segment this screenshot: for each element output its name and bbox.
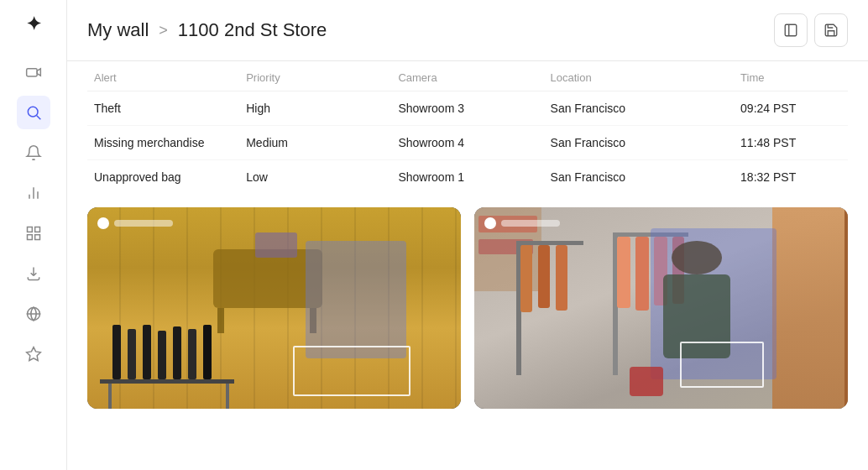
sidebar-item-download[interactable]	[17, 257, 50, 290]
cell-priority: High	[239, 91, 391, 126]
cell-priority: Medium	[239, 126, 391, 160]
person-detection-highlight	[306, 241, 406, 358]
camera-feed-2[interactable]	[474, 207, 848, 409]
person-head	[672, 241, 722, 274]
svg-rect-6	[27, 227, 32, 232]
svg-rect-12	[785, 24, 797, 36]
cell-alert: Missing merchandise	[87, 126, 239, 160]
door-frame	[844, 207, 848, 409]
cell-location: San Francisco	[544, 126, 735, 160]
table-leg	[217, 308, 224, 333]
sidebar-item-search[interactable]	[17, 96, 50, 129]
rack-leg-1	[108, 384, 112, 409]
garment-3	[143, 325, 151, 379]
store-name: 1100 2nd St Store	[178, 19, 327, 41]
col-header-alert: Alert	[87, 61, 239, 91]
rack-bar	[100, 379, 234, 384]
camera-indicator-2	[484, 217, 560, 229]
content-area: Alert Priority Camera Location Time Thef…	[67, 61, 868, 470]
cell-location: San Francisco	[544, 91, 735, 126]
garment-6	[188, 329, 196, 379]
svg-marker-11	[26, 347, 40, 361]
table-item	[255, 232, 297, 258]
table-row[interactable]: TheftHighShowroom 3San Francisco09:24 PS…	[87, 91, 848, 126]
alerts-table: Alert Priority Camera Location Time Thef…	[87, 61, 848, 194]
cell-priority: Low	[239, 160, 391, 195]
svg-rect-0	[26, 69, 37, 76]
breadcrumb-chevron: >	[159, 22, 168, 39]
garment-7	[203, 325, 212, 379]
hanging-item-3	[556, 245, 567, 311]
svg-line-2	[36, 116, 40, 120]
col-header-location: Location	[544, 61, 735, 91]
sidebar-item-camera[interactable]	[17, 55, 50, 89]
col-header-priority: Priority	[239, 61, 391, 91]
cell-location: San Francisco	[544, 160, 735, 195]
cell-camera: Showroom 4	[391, 126, 543, 160]
detection-box-1	[293, 346, 410, 396]
col-header-time: Time	[734, 61, 848, 91]
save-button[interactable]	[814, 13, 848, 47]
expand-button[interactable]	[774, 13, 808, 47]
camera-feeds	[87, 207, 848, 409]
camera-indicator-1	[97, 217, 173, 229]
table-row[interactable]: Missing merchandiseMediumShowroom 4San F…	[87, 126, 848, 160]
sidebar: ✦	[0, 0, 67, 470]
hanging-item-5	[635, 237, 649, 311]
cell-camera: Showroom 3	[391, 91, 543, 126]
hanging-item-4	[617, 237, 630, 308]
cell-time: 18:32 PST	[734, 160, 848, 195]
svg-point-1	[28, 107, 38, 117]
app-logo: ✦	[26, 13, 41, 35]
svg-rect-9	[34, 235, 39, 240]
sidebar-item-chart[interactable]	[17, 176, 50, 210]
svg-rect-7	[34, 227, 39, 232]
cell-camera: Showroom 1	[391, 160, 543, 195]
door	[772, 207, 848, 409]
garment-4	[158, 331, 166, 379]
garment-1	[112, 325, 121, 379]
sidebar-item-bell[interactable]	[17, 136, 50, 170]
sidebar-item-star[interactable]	[17, 337, 50, 371]
garment-2	[128, 329, 136, 379]
hanging-item-1	[520, 245, 532, 312]
svg-rect-8	[27, 235, 32, 240]
cell-alert: Theft	[87, 91, 239, 126]
bag-object	[630, 367, 663, 396]
header: My wall > 1100 2nd St Store	[67, 0, 868, 61]
header-actions	[774, 13, 848, 47]
cell-alert: Unapproved bag	[87, 160, 239, 195]
camera-feed-1[interactable]	[87, 207, 461, 409]
cell-time: 09:24 PST	[734, 91, 848, 126]
garment-5	[173, 326, 181, 379]
page-title: My wall	[87, 19, 149, 41]
table-row[interactable]: Unapproved bagLowShowroom 1San Francisco…	[87, 160, 848, 195]
main-content: My wall > 1100 2nd St Store	[67, 0, 868, 470]
detection-box-2	[680, 342, 764, 388]
rack-leg-2	[226, 384, 229, 409]
hanging-item-2	[538, 245, 550, 308]
camera-bar-1	[114, 220, 173, 227]
col-header-camera: Camera	[391, 61, 543, 91]
camera-dot-2	[484, 217, 496, 229]
sidebar-item-globe[interactable]	[17, 297, 50, 331]
sidebar-item-grid[interactable]	[17, 217, 50, 250]
cell-time: 11:48 PST	[734, 126, 848, 160]
camera-bar-2	[501, 220, 560, 227]
camera-dot-1	[97, 217, 109, 229]
